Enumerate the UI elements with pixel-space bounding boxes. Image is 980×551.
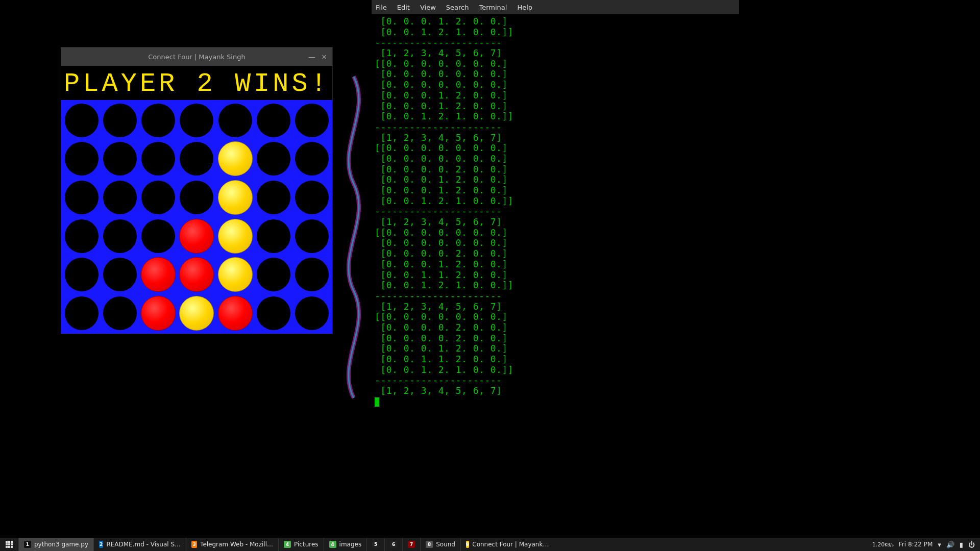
board-cell[interactable]: [62, 294, 101, 333]
taskbar-item[interactable]: 4images: [324, 538, 367, 551]
board-cell[interactable]: [178, 101, 216, 140]
board-cell[interactable]: [101, 140, 139, 179]
empty-slot: [295, 296, 329, 330]
board-cell[interactable]: [62, 101, 101, 140]
apps-grid-icon: [6, 541, 13, 548]
menu-help[interactable]: Help: [517, 4, 532, 11]
taskbar-item-label: README.md - Visual S…: [106, 541, 181, 548]
board-cell[interactable]: [216, 178, 254, 217]
board-cell[interactable]: [254, 101, 292, 140]
board-cell[interactable]: [101, 294, 139, 333]
menu-search[interactable]: Search: [446, 4, 469, 11]
board-cell[interactable]: [178, 178, 216, 217]
taskbar-item-icon: 1: [24, 541, 31, 548]
board-cell[interactable]: [216, 294, 254, 333]
taskbar-item-icon: 2: [99, 541, 103, 548]
board-cell[interactable]: [139, 101, 178, 140]
empty-slot: [141, 104, 175, 137]
empty-slot: [257, 296, 290, 330]
board-cell[interactable]: [254, 217, 292, 256]
board-cell[interactable]: [62, 256, 101, 294]
board-cell[interactable]: [178, 294, 216, 333]
system-tray: 1.20KB/s Fri 8:22 PM ▾ 🔊 ▮ ⏻: [872, 541, 980, 548]
clock[interactable]: Fri 8:22 PM: [899, 541, 933, 548]
board-cell[interactable]: [254, 178, 292, 217]
empty-slot: [218, 104, 252, 137]
menu-file[interactable]: File: [376, 4, 387, 11]
board-cell[interactable]: [101, 217, 139, 256]
board-cell[interactable]: [293, 256, 331, 294]
board-cell[interactable]: [293, 101, 331, 140]
apps-button[interactable]: [0, 538, 18, 551]
taskbar: 1python3 game.py2README.md - Visual S…3T…: [0, 538, 980, 551]
board-cell[interactable]: [62, 178, 101, 217]
red-disc: [141, 257, 176, 292]
close-button[interactable]: ×: [318, 47, 330, 66]
connect-four-board[interactable]: [61, 100, 332, 334]
taskbar-item[interactable]: 7: [402, 538, 420, 551]
empty-slot: [65, 258, 99, 291]
board-cell[interactable]: [139, 294, 178, 333]
menu-view[interactable]: View: [420, 4, 436, 11]
board-cell[interactable]: [62, 217, 101, 256]
board-cell[interactable]: [178, 217, 216, 256]
empty-slot: [103, 142, 137, 176]
red-disc: [141, 296, 176, 331]
board-cell[interactable]: [62, 140, 101, 179]
game-titlebar[interactable]: Connect Four | Mayank Singh — ×: [61, 47, 332, 66]
empty-slot: [141, 142, 175, 176]
menu-edit[interactable]: Edit: [397, 4, 410, 11]
board-cell[interactable]: [216, 140, 254, 179]
empty-slot: [141, 219, 175, 253]
taskbar-item[interactable]: 6: [384, 538, 402, 551]
board-cell[interactable]: [254, 140, 292, 179]
terminal-menubar: File Edit View Search Terminal Help: [372, 0, 739, 14]
taskbar-item-icon: 4: [329, 541, 336, 548]
taskbar-item-label: Pictures: [294, 541, 318, 548]
board-cell[interactable]: [254, 256, 292, 294]
taskbar-item[interactable]: 2README.md - Visual S…: [93, 538, 186, 551]
board-cell[interactable]: [216, 256, 254, 294]
empty-slot: [257, 142, 290, 176]
empty-slot: [257, 104, 290, 137]
board-cell[interactable]: [216, 217, 254, 256]
board-cell[interactable]: [139, 178, 178, 217]
taskbar-item-icon: 4: [284, 541, 291, 548]
board-cell[interactable]: [293, 294, 331, 333]
taskbar-item[interactable]: 5: [366, 538, 384, 551]
power-icon[interactable]: ⏻: [968, 541, 975, 548]
board-cell[interactable]: [139, 140, 178, 179]
taskbar-item[interactable]: 1python3 game.py: [18, 538, 93, 551]
menu-terminal[interactable]: Terminal: [479, 4, 507, 11]
board-cell[interactable]: [139, 217, 178, 256]
board-cell[interactable]: [139, 256, 178, 294]
empty-slot: [295, 104, 329, 137]
board-cell[interactable]: [293, 140, 331, 179]
empty-slot: [257, 219, 290, 253]
taskbar-item[interactable]: 3Telegram Web - Mozill…: [186, 538, 278, 551]
board-cell[interactable]: [178, 256, 216, 294]
wallpaper-art: [331, 71, 377, 403]
board-cell[interactable]: [293, 178, 331, 217]
minimize-button[interactable]: —: [306, 47, 318, 66]
battery-icon[interactable]: ▮: [960, 541, 963, 548]
wifi-icon[interactable]: ▾: [938, 541, 941, 548]
board-cell[interactable]: [216, 101, 254, 140]
board-cell[interactable]: [254, 294, 292, 333]
volume-icon[interactable]: 🔊: [946, 541, 954, 548]
taskbar-item[interactable]: 9Connect Four | Mayank…: [460, 538, 553, 551]
board-cell[interactable]: [101, 256, 139, 294]
taskbar-item[interactable]: 8Sound: [420, 538, 460, 551]
board-cell[interactable]: [101, 178, 139, 217]
board-cell[interactable]: [101, 101, 139, 140]
taskbar-item-label: Sound: [436, 541, 455, 548]
board-cell[interactable]: [293, 217, 331, 256]
yellow-disc: [218, 257, 253, 292]
network-rate: 1.20KB/s: [872, 541, 894, 548]
board-cell[interactable]: [178, 140, 216, 179]
taskbar-item-icon: 5: [372, 541, 379, 548]
taskbar-item[interactable]: 4Pictures: [278, 538, 324, 551]
empty-slot: [295, 219, 329, 253]
terminal-output[interactable]: [0. 0. 0. 1. 2. 0. 0.] [0. 0. 1. 2. 1. 0…: [372, 14, 739, 409]
yellow-disc: [218, 141, 253, 176]
